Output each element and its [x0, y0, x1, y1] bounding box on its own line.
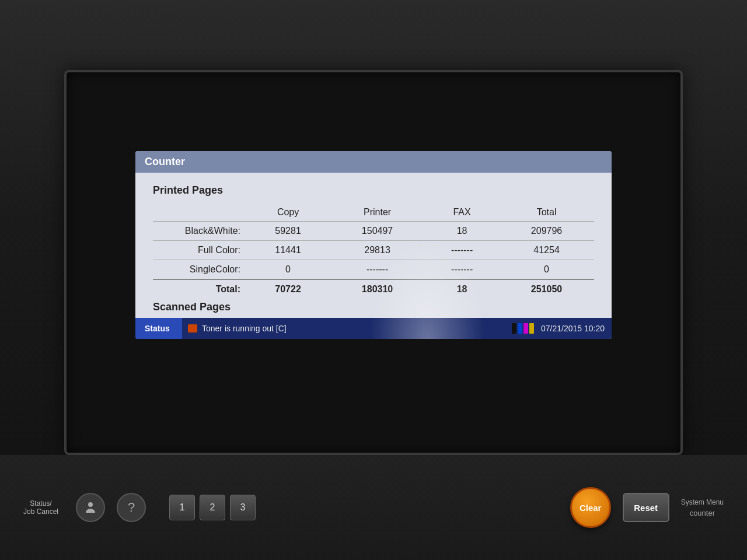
- svg-point-0: [88, 502, 93, 507]
- table-row-total: Total: 70722 180310 18 251050: [153, 279, 594, 299]
- col-header-fax: FAX: [425, 204, 499, 222]
- printed-pages-title: Printed Pages: [153, 184, 594, 197]
- system-menu-label: System Menu: [681, 498, 724, 506]
- status-bar: Status Toner is running out [C] 07/21/20…: [135, 318, 612, 339]
- screen-bezel: Counter Printed Pages Copy Printer FAX T…: [64, 70, 683, 455]
- black-bar: [512, 323, 516, 334]
- row-single-total: 0: [499, 260, 594, 280]
- system-menu-counter-group: System Menu counter: [681, 498, 724, 517]
- clear-button[interactable]: Clear: [570, 487, 611, 528]
- col-header-total: Total: [499, 204, 594, 222]
- col-header-copy: Copy: [246, 204, 330, 222]
- status-job-cancel-group: Status/ Job Cancel: [23, 499, 58, 516]
- printer-body: Counter Printed Pages Copy Printer FAX T…: [0, 0, 747, 560]
- clear-button-group: Clear: [570, 487, 611, 528]
- row-bw-printer: 150497: [330, 222, 425, 241]
- col-header-empty: [153, 204, 246, 222]
- row-label-color: Full Color:: [153, 241, 246, 260]
- row-label-bw: Black&White:: [153, 222, 246, 241]
- row-color-printer: 29813: [330, 241, 425, 260]
- col-header-printer: Printer: [330, 204, 425, 222]
- num-key-2-label: 2: [210, 502, 215, 513]
- cyan-bar: [518, 323, 522, 334]
- window-title: Counter: [145, 156, 185, 167]
- row-total-total: 251050: [499, 279, 594, 299]
- screen-display: Counter Printed Pages Copy Printer FAX T…: [135, 151, 612, 339]
- status-message-text: Toner is running out [C]: [202, 324, 287, 333]
- table-row: SingleColor: 0 ------- ------- 0: [153, 260, 594, 280]
- yellow-bar: [529, 323, 534, 334]
- help-icon-area: ?: [117, 493, 146, 522]
- num-key-3-label: 3: [240, 502, 246, 513]
- row-total-printer: 180310: [330, 279, 425, 299]
- right-controls: Clear Reset System Menu counter: [570, 487, 724, 528]
- datetime-display: 07/21/2015 10:20: [541, 324, 605, 333]
- person-icon[interactable]: [76, 493, 105, 522]
- status-message: Toner is running out [C]: [182, 324, 292, 333]
- row-label-total: Total:: [153, 279, 246, 299]
- status-label: Status: [135, 318, 182, 339]
- content-area: Printed Pages Copy Printer FAX Total: [135, 173, 612, 335]
- magenta-bar: [523, 323, 528, 334]
- num-key-2[interactable]: 2: [200, 495, 225, 520]
- row-single-fax: -------: [425, 260, 499, 280]
- row-total-copy: 70722: [246, 279, 330, 299]
- person-icon-area: [76, 493, 105, 522]
- reset-label: Reset: [634, 503, 658, 513]
- row-bw-copy: 59281: [246, 222, 330, 241]
- num-key-3[interactable]: 3: [230, 495, 256, 520]
- row-total-fax: 18: [425, 279, 499, 299]
- title-bar: Counter: [135, 151, 612, 173]
- reset-button[interactable]: Reset: [623, 493, 669, 522]
- status-right: 07/21/2015 10:20: [512, 323, 612, 334]
- counter-label: counter: [690, 509, 715, 517]
- row-bw-total: 209796: [499, 222, 594, 241]
- reset-button-group: Reset: [623, 493, 669, 522]
- help-icon[interactable]: ?: [117, 493, 146, 522]
- row-label-single: SingleColor:: [153, 260, 246, 280]
- num-keys-group: 1 2 3: [169, 495, 256, 520]
- num-key-1-label: 1: [180, 502, 185, 513]
- clear-label: Clear: [580, 503, 602, 513]
- row-color-fax: -------: [425, 241, 499, 260]
- scanned-pages-title: Scanned Pages: [153, 301, 594, 313]
- row-color-total: 41254: [499, 241, 594, 260]
- row-color-copy: 11441: [246, 241, 330, 260]
- status-job-cancel-label: Status/ Job Cancel: [23, 499, 58, 516]
- row-single-copy: 0: [246, 260, 330, 280]
- physical-controls: Status/ Job Cancel ? 1 2 3: [0, 455, 747, 560]
- toner-warning-icon: [188, 324, 197, 332]
- color-bars-indicator: [512, 323, 534, 334]
- table-row: Black&White: 59281 150497 18 209796: [153, 222, 594, 241]
- printed-pages-table: Copy Printer FAX Total Black&White: 5928…: [153, 204, 594, 299]
- table-row: Full Color: 11441 29813 ------- 41254: [153, 241, 594, 260]
- row-bw-fax: 18: [425, 222, 499, 241]
- num-key-1[interactable]: 1: [169, 495, 195, 520]
- row-single-printer: -------: [330, 260, 425, 280]
